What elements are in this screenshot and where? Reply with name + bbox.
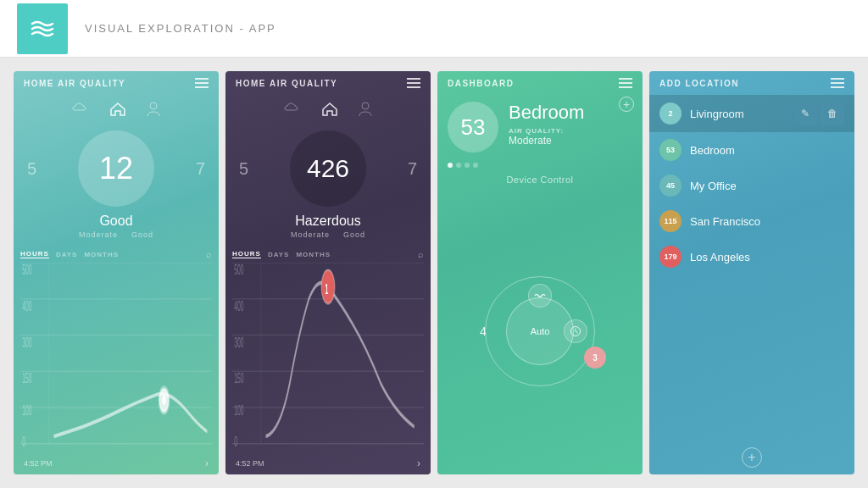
panel2-time: 4:52 PM › [232, 456, 424, 471]
panel1-time: 4:52 PM › [20, 456, 212, 471]
panel2-tab-days[interactable]: DAYS [268, 251, 290, 258]
panel4-menu-button[interactable] [831, 78, 844, 88]
panel1-header: HOME AIR QUALITY [14, 71, 219, 95]
panel3-title: DASHBOARD [448, 79, 515, 88]
location-badge: 45 [659, 175, 682, 197]
panel3-dots [437, 159, 643, 171]
wave-button[interactable] [528, 284, 552, 308]
panel3-quality-label: AIR QUALITY: [509, 127, 584, 135]
person-icon [147, 102, 160, 117]
panel2-number-display: 5 7 426 Hazerdous Moderate Good [225, 120, 431, 246]
panel1-chart: 500 400 300 150 100 0 [20, 263, 212, 456]
panel1-main-number: 12 [99, 153, 133, 184]
panel1-side-left: 5 [27, 159, 36, 179]
panel2-header: HOME AIR QUALITY [225, 71, 431, 95]
panel1-menu-button[interactable] [195, 78, 209, 88]
svg-text:400: 400 [234, 297, 243, 314]
cloud-icon-2 [284, 102, 301, 117]
svg-text:100: 100 [22, 402, 31, 419]
location-item[interactable]: 179Los Angeles [649, 239, 854, 274]
svg-text:500: 500 [22, 263, 31, 278]
number-3-button[interactable]: 3 [584, 347, 606, 369]
panel3-menu-button[interactable] [619, 78, 632, 88]
location-name: San Francisco [690, 215, 844, 228]
panel1-tab-months[interactable]: MONTHS [84, 251, 119, 258]
panel1-icons [14, 95, 219, 120]
panel1-side-right: 7 [196, 159, 205, 179]
delete-button[interactable]: 🗑 [821, 102, 844, 125]
panel-air-quality-dark: HOME AIR QUALITY 5 7 426 [225, 71, 431, 474]
panel2-quality: Hazerdous [295, 214, 360, 229]
svg-text:0: 0 [22, 433, 25, 450]
panel1-tab-days[interactable]: DAYS [56, 251, 78, 258]
edit-button[interactable]: ✎ [793, 102, 817, 125]
location-item[interactable]: 115San Francisco [649, 203, 854, 239]
svg-point-15 [162, 396, 166, 405]
panel2-search-icon[interactable]: ⌕ [418, 249, 424, 259]
svg-point-16 [362, 103, 369, 109]
device-outer-ring: Auto 4 3 [485, 276, 595, 386]
panel1-quality-sub: Moderate Good [79, 230, 153, 239]
svg-point-0 [150, 103, 157, 109]
panel3-quality-value: Moderate [509, 135, 584, 147]
location-badge: 179 [659, 246, 682, 268]
dot-1[interactable] [448, 163, 453, 168]
panel3-info: Bedroom AIR QUALITY: Moderate [509, 102, 584, 147]
dot-2[interactable] [456, 163, 461, 168]
add-location-button[interactable]: + [649, 441, 854, 474]
panel2-title: HOME AIR QUALITY [236, 79, 337, 88]
auto-label: Auto [531, 326, 550, 336]
panel3-plus-button[interactable]: + [619, 97, 634, 112]
panel1-search-icon[interactable]: ⌕ [206, 249, 212, 259]
panel2-arrow[interactable]: › [417, 458, 420, 469]
number-4-button[interactable]: 4 [474, 322, 492, 341]
location-badge: 53 [659, 139, 682, 161]
location-item[interactable]: 45My Office [649, 168, 854, 203]
home-icon-2 [321, 102, 338, 117]
svg-text:400: 400 [22, 297, 31, 314]
cloud-icon [72, 102, 89, 117]
location-badge: 2 [659, 103, 682, 125]
svg-text:300: 300 [234, 334, 243, 351]
panel2-tab-months[interactable]: MONTHS [296, 251, 331, 258]
location-name: Livingroom [690, 108, 793, 120]
panel3-top: 53 Bedroom AIR QUALITY: Moderate [437, 95, 643, 159]
panel1-number-display: 5 7 12 Good Moderate Good [14, 120, 219, 246]
panel1-title: HOME AIR QUALITY [24, 79, 125, 88]
panel2-main-number: 426 [307, 156, 349, 181]
panel3-room-name: Bedroom [509, 102, 584, 124]
location-item[interactable]: 2Livingroom✎🗑 [649, 95, 854, 132]
svg-text:500: 500 [234, 263, 243, 278]
panel4-title: ADD LOCATION [659, 79, 739, 88]
location-name: Los Angeles [690, 251, 844, 263]
location-item[interactable]: 53Bedroom [649, 132, 854, 168]
device-control-label: Device Control [437, 175, 643, 185]
location-badge: 115 [659, 210, 682, 232]
panel1-quality: Good [99, 214, 132, 229]
panel-add-location: ADD LOCATION 2Livingroom✎🗑53Bedroom45My … [649, 71, 854, 474]
person-icon-2 [359, 102, 372, 117]
panel2-chart-tabs: HOURS DAYS MONTHS ⌕ [232, 249, 424, 259]
panel1-arrow[interactable]: › [205, 458, 209, 469]
panel1-tab-hours[interactable]: HOURS [20, 250, 49, 258]
dot-4[interactable] [473, 163, 478, 168]
add-circle-icon: + [742, 447, 762, 468]
location-name: Bedroom [690, 144, 844, 157]
panel2-quality-right: Good [343, 230, 365, 239]
panel2-icons [225, 95, 431, 120]
dot-3[interactable] [465, 163, 470, 168]
main-content: HOME AIR QUALITY 5 7 12 [0, 58, 868, 488]
device-control-area: Auto 4 3 [437, 188, 643, 474]
panel2-menu-button[interactable] [407, 78, 420, 88]
panel3-header: DASHBOARD [437, 71, 643, 95]
panel2-side-left: 5 [239, 159, 248, 179]
clock-button[interactable] [564, 319, 587, 343]
panel2-side-right: 7 [408, 159, 417, 179]
panel2-quality-left: Moderate [291, 230, 330, 239]
panel2-tab-hours[interactable]: HOURS [232, 250, 261, 258]
svg-text:300: 300 [22, 334, 31, 351]
panel2-chart: 500 400 300 150 100 0 1 [232, 263, 424, 456]
panel4-header: ADD LOCATION [649, 71, 854, 95]
location-name: My Office [690, 180, 844, 192]
svg-text:1: 1 [326, 280, 329, 297]
